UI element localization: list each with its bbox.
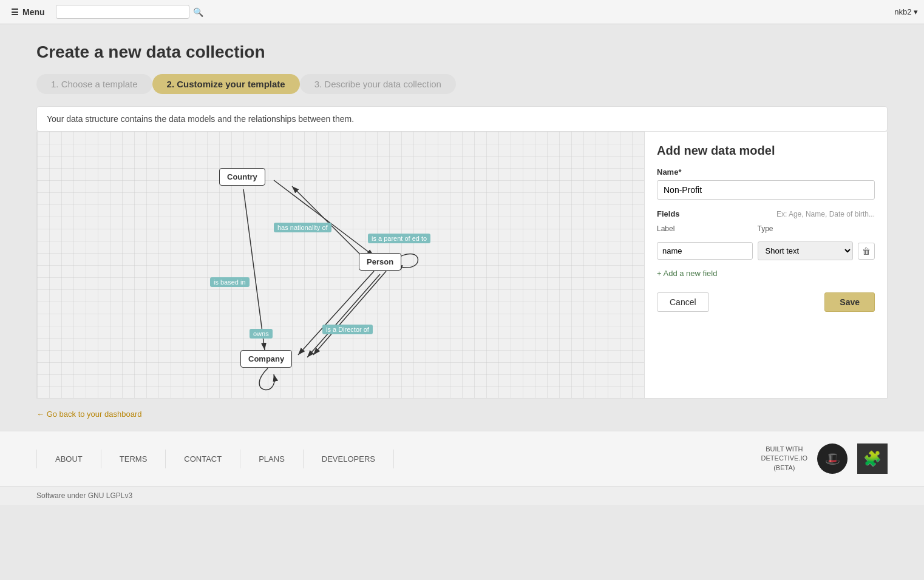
back-arrow-icon: ← bbox=[36, 410, 44, 419]
step-2[interactable]: 2. Customize your template bbox=[152, 74, 300, 94]
edge-label-parent: is a parent of ed to bbox=[368, 234, 430, 243]
fields-label: Fields bbox=[657, 209, 680, 218]
detective-hat-icon: 🎩 bbox=[825, 451, 840, 466]
sub-footer: Software under GNU LGPLv3 bbox=[0, 486, 924, 505]
sub-footer-text: Software under GNU LGPLv3 bbox=[36, 491, 132, 500]
cancel-button[interactable]: Cancel bbox=[657, 292, 709, 312]
footer-link-contact[interactable]: CONTACT bbox=[166, 450, 240, 468]
add-data-model-panel: Add new data model Name* Fields Ex: Age,… bbox=[644, 132, 887, 398]
field-label-input-0[interactable] bbox=[657, 242, 753, 260]
field-row-0: Short text Long text Number Date Boolean… bbox=[657, 241, 875, 260]
footer-links: ABOUT TERMS CONTACT PLANS DEVELOPERS bbox=[36, 450, 761, 468]
field-type-select-0[interactable]: Short text Long text Number Date Boolean… bbox=[758, 241, 854, 260]
node-person[interactable]: Person bbox=[359, 253, 401, 271]
edge-label-owns: owns bbox=[250, 329, 273, 339]
save-button[interactable]: Save bbox=[824, 292, 875, 312]
edge-label-based-in: is based in bbox=[210, 277, 250, 287]
menu-label: Menu bbox=[22, 7, 45, 17]
page-title: Create a new data collection bbox=[36, 42, 888, 62]
search-input[interactable] bbox=[56, 5, 189, 19]
node-company[interactable]: Company bbox=[240, 350, 292, 368]
add-field-label: + Add a new field bbox=[657, 269, 717, 278]
diagram-container: Country Person Company has nationality o… bbox=[36, 132, 888, 399]
footer: ABOUT TERMS CONTACT PLANS DEVELOPERS BUI… bbox=[0, 431, 924, 486]
built-with-line2: DETECTIVE.IO bbox=[761, 454, 807, 463]
footer-link-terms[interactable]: TERMS bbox=[101, 450, 166, 468]
add-field-button[interactable]: + Add a new field bbox=[657, 266, 717, 280]
menu-button[interactable]: ☰ Menu bbox=[6, 5, 50, 19]
svg-line-6 bbox=[313, 271, 386, 355]
footer-link-developers[interactable]: DEVELOPERS bbox=[304, 450, 394, 468]
delete-field-button-0[interactable]: 🗑 bbox=[858, 243, 875, 260]
built-with-text: BUILT WITH DETECTIVE.IO (BETA) bbox=[761, 445, 807, 473]
built-with-line1: BUILT WITH bbox=[761, 445, 807, 454]
svg-line-1 bbox=[274, 180, 374, 256]
puzzle-logo: 🧩 bbox=[857, 443, 888, 474]
panel-actions: Cancel Save bbox=[657, 292, 875, 312]
fields-header: Fields Ex: Age, Name, Date of birth... bbox=[657, 209, 875, 218]
step-1[interactable]: 1. Choose a template bbox=[36, 74, 152, 94]
steps-indicator: 1. Choose a template 2. Customize your t… bbox=[36, 74, 888, 94]
search-bar: 🔍 bbox=[56, 5, 889, 19]
svg-line-5 bbox=[307, 274, 380, 357]
label-col-header: Label bbox=[657, 224, 753, 233]
info-box: Your data structure contains the data mo… bbox=[36, 106, 888, 132]
graph-svg bbox=[37, 132, 644, 398]
built-with-line3: (BETA) bbox=[761, 464, 807, 473]
node-company-label: Company bbox=[248, 354, 284, 363]
edge-label-director: is a Director of bbox=[322, 325, 373, 334]
puzzle-icon: 🧩 bbox=[863, 450, 882, 467]
graph-area[interactable]: Country Person Company has nationality o… bbox=[37, 132, 644, 398]
step-3[interactable]: 3. Describe your data collection bbox=[300, 74, 456, 94]
type-col-header: Type bbox=[758, 224, 854, 233]
user-menu[interactable]: nkb2 ▾ bbox=[894, 7, 918, 16]
field-column-headers: Label Type bbox=[657, 224, 875, 235]
search-icon[interactable]: 🔍 bbox=[193, 7, 203, 17]
footer-link-plans[interactable]: PLANS bbox=[240, 450, 304, 468]
svg-line-3 bbox=[243, 189, 265, 350]
edge-label-nationality: has nationality of bbox=[274, 223, 331, 232]
back-to-dashboard-link[interactable]: ← Go back to your dashboard bbox=[36, 410, 141, 419]
detective-logo: 🎩 bbox=[817, 443, 848, 474]
svg-line-4 bbox=[298, 271, 374, 355]
fields-hint: Ex: Age, Name, Date of birth... bbox=[776, 210, 875, 218]
info-text: Your data structure contains the data mo… bbox=[47, 114, 354, 124]
model-name-input[interactable] bbox=[657, 180, 875, 200]
node-country-label: Country bbox=[227, 172, 257, 181]
top-navigation: ☰ Menu 🔍 nkb2 ▾ bbox=[0, 0, 924, 24]
hamburger-icon: ☰ bbox=[11, 7, 19, 17]
footer-link-about[interactable]: ABOUT bbox=[36, 450, 101, 468]
main-content: Create a new data collection 1. Choose a… bbox=[0, 24, 924, 431]
node-country[interactable]: Country bbox=[219, 168, 265, 186]
footer-right: BUILT WITH DETECTIVE.IO (BETA) 🎩 🧩 bbox=[761, 443, 888, 474]
node-person-label: Person bbox=[367, 257, 393, 266]
name-field-label: Name* bbox=[657, 167, 875, 177]
back-link-container: ← Go back to your dashboard bbox=[36, 410, 888, 419]
back-link-text: Go back to your dashboard bbox=[47, 410, 142, 419]
panel-title: Add new data model bbox=[657, 144, 875, 158]
